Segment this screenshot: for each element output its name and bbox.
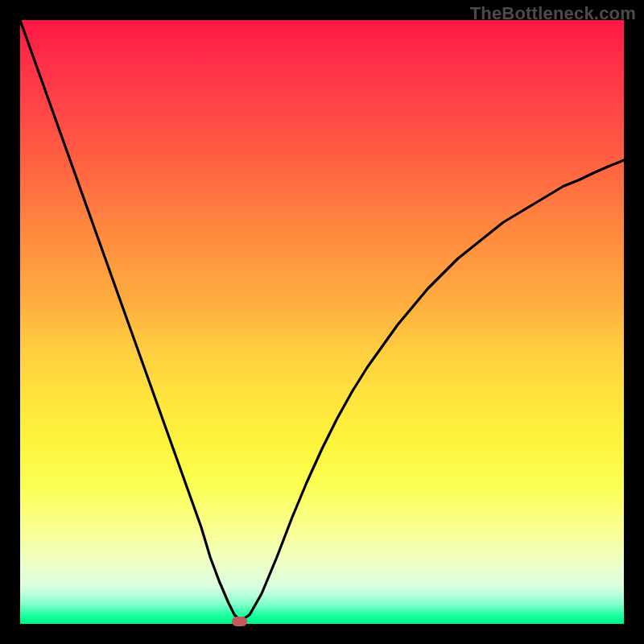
chart-container: TheBottleneck.com (0, 0, 644, 644)
bottleneck-curve (20, 20, 624, 624)
optimal-point-marker (232, 617, 247, 626)
plot-area (20, 20, 624, 624)
watermark-label: TheBottleneck.com (470, 3, 636, 24)
